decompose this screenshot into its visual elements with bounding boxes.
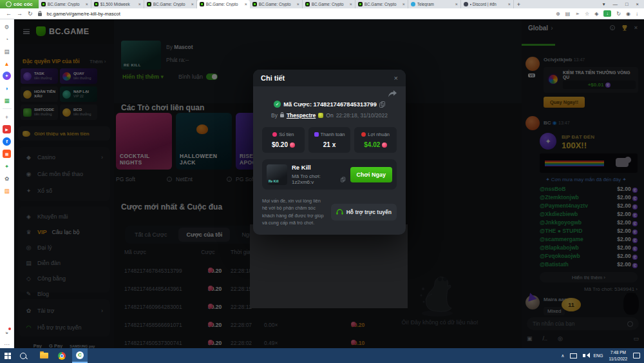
network-icon[interactable] (570, 353, 577, 358)
payout-icon (314, 132, 319, 137)
sync-icon[interactable]: ↻ (616, 11, 621, 17)
chrome-icon[interactable] (54, 348, 70, 363)
tab-close-icon[interactable]: × (138, 2, 141, 6)
windows-taskbar: C ∧ ENG 7:48 PM11/1/2022 (0, 348, 644, 363)
address-bar: ← → ↻ bc.game/vi/game/re-kill-by-mascot … (0, 8, 644, 19)
tab-title: Telegram (417, 2, 453, 6)
bet-id: Mã Cược: 1748217467845313799 (283, 101, 377, 108)
screen: cốc cốc BC.Game: Crypto× $1,500 Midweek×… (0, 0, 644, 363)
coccoc-brand[interactable]: cốc cốc (0, 0, 39, 8)
share-icon[interactable] (388, 90, 397, 97)
verified-check-icon: ✓ (274, 101, 281, 108)
profile-icon[interactable]: ◉ (626, 11, 630, 17)
cart-icon[interactable]: ▥ (3, 186, 11, 195)
plugin-icon[interactable]: ✿ (3, 174, 11, 182)
start-button[interactable] (0, 348, 15, 363)
stat-payout: Thanh toán 21 x (308, 127, 351, 153)
browser-tabstrip: cốc cốc BC.Game: Crypto× $1,500 Midweek×… (0, 0, 644, 8)
tab-close-icon[interactable]: × (297, 2, 299, 6)
stat-profit: Lợi nhuận $4.02 (354, 127, 397, 153)
discord-favicon (464, 2, 468, 6)
downloads-icon[interactable]: ↓ (636, 11, 638, 17)
game-thumbnail: Re Kill (267, 164, 287, 185)
bcgame-favicon (94, 2, 99, 6)
tab-search-icon[interactable]: ▾ (603, 1, 605, 7)
action-center-icon[interactable] (633, 353, 640, 358)
tab-title: BC.Game: Crypto (259, 2, 295, 6)
browser-tab[interactable]: BC.Game: Crypto× (144, 0, 197, 8)
tab-title: BC.Game: Crypto (365, 2, 401, 6)
newsfeed-icon[interactable]: ▤ (3, 47, 11, 55)
language-indicator[interactable]: ENG (593, 353, 603, 358)
copy-icon[interactable] (379, 101, 385, 108)
save-page-icon[interactable]: ⊕ (556, 11, 560, 17)
reload-button[interactable]: ↻ (28, 10, 33, 17)
window-minimize-button[interactable]: — (613, 1, 618, 7)
coccoc-logo-icon (6, 1, 12, 7)
volume-icon[interactable] (583, 354, 585, 357)
tray-expand-icon[interactable]: ∧ (561, 353, 564, 358)
browser-tab[interactable]: BC.Game: Crypto× (250, 0, 303, 8)
new-tab-button[interactable]: + (517, 1, 520, 8)
zalo-icon[interactable]: ◗ (3, 84, 11, 92)
history-icon[interactable]: ◔ (3, 35, 11, 43)
profit-icon (361, 132, 366, 137)
tab-title: • Discord | #đn (470, 2, 506, 6)
browser-tab[interactable]: BC.Game: Crypto× (355, 0, 408, 8)
games-icon[interactable]: ▦ (3, 96, 11, 104)
bookmark-star-icon[interactable]: ☆ (585, 11, 589, 17)
window-maximize-button[interactable]: □ (625, 1, 629, 7)
modal-close-icon[interactable]: × (394, 74, 398, 82)
more-icon[interactable]: ⋯ (3, 340, 11, 348)
youtube-icon[interactable]: ▶ (3, 125, 11, 133)
share-icon[interactable]: ➣ (575, 11, 580, 17)
browser-sidebar: ⚙ ◔ ▤ ▲ ✦ ◗ ▦ + ▶ f ▦ ✦ ✿ ▥ ◒ ⋯ (0, 19, 14, 348)
tab-close-icon[interactable]: × (86, 2, 88, 6)
shop-icon[interactable]: ▦ (3, 150, 11, 158)
tab-close-icon[interactable]: × (455, 2, 458, 6)
tab-title: BC.Game: Crypto (153, 2, 189, 6)
coin-icon (382, 142, 387, 148)
bcgame-favicon (200, 2, 204, 6)
amount-icon (272, 132, 277, 137)
update-browser-button[interactable]: ↓ (603, 10, 611, 17)
live-support-button[interactable]: Hỗ trợ trực tuyến (331, 204, 397, 221)
url-field[interactable]: bc.game/vi/game/re-kill-by-mascot (47, 11, 120, 17)
add-shortcut-icon[interactable]: + (3, 113, 11, 121)
browser-tab[interactable]: $1,500 Midweek× (91, 0, 144, 8)
copy-icon[interactable] (341, 177, 345, 182)
notifications-bell-icon[interactable]: ◒ (3, 328, 11, 336)
tab-close-icon[interactable]: × (245, 2, 247, 6)
tab-close-icon[interactable]: × (508, 2, 511, 6)
bet-username[interactable]: Thespectre (287, 112, 316, 119)
browser-tab[interactable]: BC.Game: Crypto× (39, 0, 91, 8)
tab-close-icon[interactable]: × (350, 2, 352, 6)
sidebar-divider (3, 108, 12, 109)
messenger-icon[interactable]: ✦ (3, 72, 11, 80)
facebook-icon[interactable]: f (3, 137, 11, 146)
taskbar-clock[interactable]: 7:48 PM11/1/2022 (609, 349, 627, 361)
settings-gear-icon[interactable]: ⚙ (3, 23, 11, 31)
game-name: Re Kill (292, 164, 346, 171)
tab-title: BC.Game: Crypto (206, 2, 243, 6)
coccoc-taskbar-icon[interactable]: C (72, 348, 88, 363)
adblock-shield-icon[interactable]: ◈ (594, 11, 598, 17)
tab-close-icon[interactable]: × (402, 2, 405, 6)
back-button[interactable]: ← (6, 10, 12, 17)
taskbar-search-icon[interactable] (15, 348, 31, 363)
coin-icon (290, 142, 295, 148)
browser-tab[interactable]: Telegram× (408, 0, 461, 8)
browser-tab[interactable]: • Discord | #đn× (461, 0, 514, 8)
browser-tab[interactable]: BC.Game: Crypto× (303, 0, 355, 8)
browser-tab-active[interactable]: BC.Game: Crypto× (197, 0, 250, 8)
ssl-lock-icon[interactable] (38, 13, 42, 16)
translate-icon[interactable]: ▤ (565, 11, 571, 17)
play-now-button[interactable]: Chơi Ngay (350, 167, 392, 182)
hot-trends-icon[interactable]: ▲ (3, 59, 11, 68)
forward-button[interactable]: → (17, 10, 23, 17)
file-explorer-icon[interactable] (36, 348, 52, 363)
headset-icon (336, 209, 343, 215)
gift-icon[interactable]: ✦ (3, 162, 11, 170)
window-close-button[interactable]: × (636, 1, 639, 7)
tab-close-icon[interactable]: × (191, 2, 194, 6)
